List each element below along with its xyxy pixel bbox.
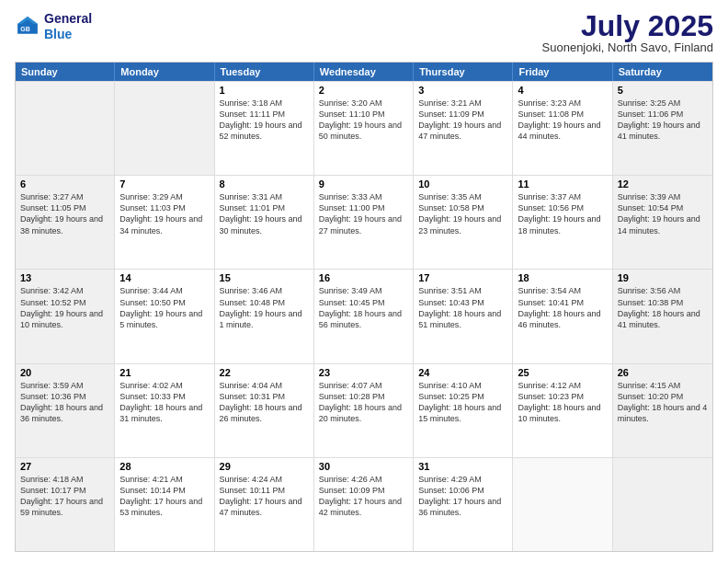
day-number: 18 (518, 272, 607, 283)
day-info: Sunrise: 3:18 AMSunset: 11:11 PMDaylight… (220, 98, 309, 143)
day-info: Sunrise: 3:49 AMSunset: 10:45 PMDaylight… (319, 285, 408, 330)
calendar-week-row: 13Sunrise: 3:42 AMSunset: 10:52 PMDaylig… (16, 269, 712, 362)
location: Suonenjoki, North Savo, Finland (542, 40, 713, 54)
day-number: 3 (418, 85, 507, 96)
calendar-cell: 14Sunrise: 3:44 AMSunset: 10:50 PMDaylig… (115, 270, 214, 362)
day-info: Sunrise: 3:56 AMSunset: 10:38 PMDaylight… (618, 285, 708, 330)
calendar-cell (613, 458, 712, 551)
day-info: Sunrise: 4:26 AMSunset: 10:09 PMDaylight… (319, 474, 408, 519)
calendar-week-row: 27Sunrise: 4:18 AMSunset: 10:17 PMDaylig… (16, 457, 712, 551)
calendar-cell: 7Sunrise: 3:29 AMSunset: 11:03 PMDayligh… (115, 176, 214, 269)
day-number: 17 (418, 272, 507, 283)
day-info: Sunrise: 3:27 AMSunset: 11:05 PMDaylight… (20, 191, 109, 236)
day-info: Sunrise: 4:24 AMSunset: 10:11 PMDaylight… (220, 474, 309, 519)
calendar-cell (115, 82, 214, 175)
logo: GB General Blue (15, 11, 92, 42)
day-info: Sunrise: 3:20 AMSunset: 11:10 PMDaylight… (319, 98, 408, 143)
day-info: Sunrise: 4:10 AMSunset: 10:25 PMDaylight… (418, 380, 507, 425)
day-number: 6 (20, 178, 109, 190)
calendar-cell: 4Sunrise: 3:23 AMSunset: 11:08 PMDayligh… (513, 82, 612, 175)
day-info: Sunrise: 3:21 AMSunset: 11:09 PMDaylight… (418, 98, 507, 143)
day-info: Sunrise: 4:18 AMSunset: 10:17 PMDaylight… (20, 474, 109, 519)
day-number: 23 (319, 367, 408, 378)
day-info: Sunrise: 3:33 AMSunset: 11:00 PMDaylight… (319, 191, 408, 236)
calendar-cell: 31Sunrise: 4:29 AMSunset: 10:06 PMDaylig… (414, 458, 513, 551)
day-of-week-header: Monday (115, 63, 214, 81)
logo-icon: GB (15, 14, 40, 40)
calendar-cell: 26Sunrise: 4:15 AMSunset: 10:20 PMDaylig… (613, 364, 712, 457)
calendar-cell: 12Sunrise: 3:39 AMSunset: 10:54 PMDaylig… (613, 176, 712, 269)
day-number: 4 (518, 85, 607, 96)
day-info: Sunrise: 4:12 AMSunset: 10:23 PMDaylight… (518, 380, 607, 425)
day-info: Sunrise: 3:51 AMSunset: 10:43 PMDaylight… (418, 285, 507, 330)
calendar-week-row: 20Sunrise: 3:59 AMSunset: 10:36 PMDaylig… (16, 363, 712, 457)
calendar-cell: 22Sunrise: 4:04 AMSunset: 10:31 PMDaylig… (215, 364, 314, 457)
day-of-week-header: Sunday (16, 63, 115, 81)
day-number: 22 (220, 367, 309, 378)
day-number: 15 (220, 272, 309, 283)
calendar-cell: 28Sunrise: 4:21 AMSunset: 10:14 PMDaylig… (115, 458, 214, 551)
calendar-week-row: 1Sunrise: 3:18 AMSunset: 11:11 PMDayligh… (16, 81, 712, 175)
calendar-cell: 5Sunrise: 3:25 AMSunset: 11:06 PMDayligh… (613, 82, 712, 175)
calendar-cell (513, 458, 612, 551)
day-number: 5 (618, 85, 708, 96)
calendar-cell: 3Sunrise: 3:21 AMSunset: 11:09 PMDayligh… (414, 82, 513, 175)
calendar-cell: 10Sunrise: 3:35 AMSunset: 10:58 PMDaylig… (414, 176, 513, 269)
calendar-cell: 6Sunrise: 3:27 AMSunset: 11:05 PMDayligh… (16, 176, 115, 269)
calendar-cell: 29Sunrise: 4:24 AMSunset: 10:11 PMDaylig… (215, 458, 314, 551)
calendar-cell: 11Sunrise: 3:37 AMSunset: 10:56 PMDaylig… (513, 176, 612, 269)
day-number: 20 (20, 367, 109, 378)
day-info: Sunrise: 4:07 AMSunset: 10:28 PMDaylight… (319, 380, 408, 425)
day-info: Sunrise: 4:29 AMSunset: 10:06 PMDaylight… (418, 474, 507, 519)
calendar-cell: 30Sunrise: 4:26 AMSunset: 10:09 PMDaylig… (314, 458, 414, 551)
calendar-cell: 19Sunrise: 3:56 AMSunset: 10:38 PMDaylig… (613, 270, 712, 362)
day-info: Sunrise: 3:46 AMSunset: 10:48 PMDaylight… (220, 285, 309, 330)
logo-text: General Blue (44, 11, 92, 42)
day-number: 27 (20, 461, 109, 472)
calendar-cell: 8Sunrise: 3:31 AMSunset: 11:01 PMDayligh… (215, 176, 314, 269)
calendar-cell (16, 82, 115, 175)
calendar-cell: 20Sunrise: 3:59 AMSunset: 10:36 PMDaylig… (16, 364, 115, 457)
day-number: 14 (119, 272, 209, 283)
day-info: Sunrise: 3:44 AMSunset: 10:50 PMDaylight… (119, 285, 209, 330)
day-of-week-header: Thursday (414, 63, 513, 81)
day-number: 24 (418, 367, 507, 378)
calendar-cell: 21Sunrise: 4:02 AMSunset: 10:33 PMDaylig… (115, 364, 214, 457)
day-info: Sunrise: 3:54 AMSunset: 10:41 PMDaylight… (518, 285, 607, 330)
day-info: Sunrise: 3:29 AMSunset: 11:03 PMDaylight… (119, 191, 209, 236)
day-info: Sunrise: 4:21 AMSunset: 10:14 PMDaylight… (119, 474, 209, 519)
day-number: 28 (119, 461, 209, 472)
calendar: SundayMondayTuesdayWednesdayThursdayFrid… (15, 62, 713, 552)
page: GB General Blue July 2025 Suonenjoki, No… (0, 0, 728, 563)
calendar-cell: 2Sunrise: 3:20 AMSunset: 11:10 PMDayligh… (314, 82, 414, 175)
day-info: Sunrise: 4:04 AMSunset: 10:31 PMDaylight… (220, 380, 309, 425)
day-info: Sunrise: 4:15 AMSunset: 10:20 PMDaylight… (618, 380, 708, 425)
header: GB General Blue July 2025 Suonenjoki, No… (15, 11, 713, 54)
day-number: 10 (418, 178, 507, 190)
calendar-cell: 13Sunrise: 3:42 AMSunset: 10:52 PMDaylig… (16, 270, 115, 362)
day-number: 11 (518, 178, 607, 190)
calendar-cell: 18Sunrise: 3:54 AMSunset: 10:41 PMDaylig… (513, 270, 612, 362)
header-right: July 2025 Suonenjoki, North Savo, Finlan… (542, 11, 713, 54)
day-number: 29 (220, 461, 309, 472)
day-number: 31 (418, 461, 507, 472)
calendar-week-row: 6Sunrise: 3:27 AMSunset: 11:05 PMDayligh… (16, 175, 712, 269)
day-number: 19 (618, 272, 708, 283)
calendar-cell: 23Sunrise: 4:07 AMSunset: 10:28 PMDaylig… (314, 364, 414, 457)
day-info: Sunrise: 3:37 AMSunset: 10:56 PMDaylight… (518, 191, 607, 236)
day-number: 21 (119, 367, 209, 378)
day-number: 9 (319, 178, 408, 190)
calendar-body: 1Sunrise: 3:18 AMSunset: 11:11 PMDayligh… (16, 81, 712, 551)
calendar-cell: 25Sunrise: 4:12 AMSunset: 10:23 PMDaylig… (513, 364, 612, 457)
day-info: Sunrise: 4:02 AMSunset: 10:33 PMDaylight… (119, 380, 209, 425)
day-number: 7 (119, 178, 209, 190)
day-of-week-header: Friday (513, 63, 612, 81)
day-number: 13 (20, 272, 109, 283)
day-info: Sunrise: 3:39 AMSunset: 10:54 PMDaylight… (618, 191, 708, 236)
day-info: Sunrise: 3:35 AMSunset: 10:58 PMDaylight… (418, 191, 507, 236)
day-info: Sunrise: 3:59 AMSunset: 10:36 PMDaylight… (20, 380, 109, 425)
day-number: 12 (618, 178, 708, 190)
day-info: Sunrise: 3:23 AMSunset: 11:08 PMDaylight… (518, 98, 607, 143)
day-info: Sunrise: 3:42 AMSunset: 10:52 PMDaylight… (20, 285, 109, 330)
calendar-cell: 1Sunrise: 3:18 AMSunset: 11:11 PMDayligh… (215, 82, 314, 175)
